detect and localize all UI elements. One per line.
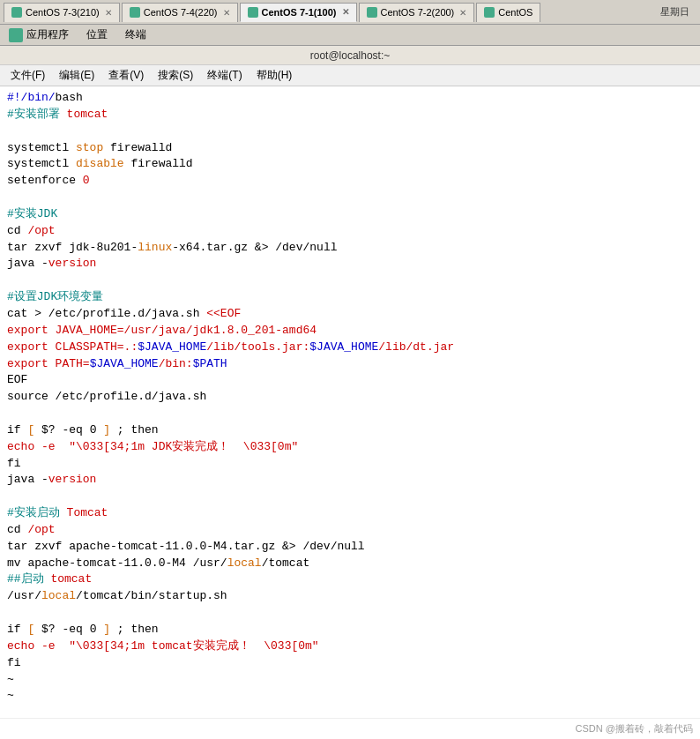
menu-edit[interactable]: 编辑(E) — [54, 66, 100, 85]
tab-close[interactable]: ✕ — [342, 7, 349, 17]
empty-line — [7, 123, 693, 140]
code-line: /usr/local/tomcat/bin/startup.sh — [7, 588, 693, 605]
code-line: #!/bin/bash — [7, 90, 693, 107]
code-line: ##启动 tomcat — [7, 571, 693, 588]
tab-label: CentOS 7-1(100) — [262, 7, 337, 18]
tab-icon — [484, 7, 495, 18]
tab-label: CentOS 7-3(210) — [26, 7, 100, 18]
empty-line — [7, 190, 693, 206]
empty-line — [7, 406, 693, 422]
menu-terminal[interactable]: 终端(T) — [202, 66, 247, 85]
tab-centos74[interactable]: CentOS 7-4(220) ✕ — [122, 3, 238, 22]
code-line: java -version — [7, 256, 693, 272]
code-line: java -version — [7, 472, 693, 489]
code-line: export PATH=$JAVA_HOME/bin:$PATH — [7, 356, 693, 373]
terminal-label: 终端 — [125, 27, 146, 42]
code-line: #设置JDK环境变量 — [7, 289, 693, 306]
menu-help[interactable]: 帮助(H) — [251, 66, 298, 85]
places-label: 位置 — [86, 27, 108, 42]
system-menu-terminal[interactable]: 终端 — [120, 26, 152, 44]
menu-search[interactable]: 搜索(S) — [153, 66, 198, 85]
code-line: echo -e "\033[34;1m tomcat安装完成！ \033[0m" — [7, 638, 693, 655]
code-line: source /etc/profile.d/java.sh — [7, 389, 693, 406]
empty-line — [7, 605, 693, 622]
code-line: if [ $? -eq 0 ] ; then — [7, 422, 693, 439]
system-menu-apps[interactable]: 应用程序 — [4, 26, 74, 44]
tab-close[interactable]: ✕ — [105, 8, 112, 18]
empty-line — [7, 489, 693, 505]
system-menu-places[interactable]: 位置 — [81, 26, 113, 44]
tab-close[interactable]: ✕ — [459, 8, 466, 18]
attribution-text: CSDN @搬着砖，敲着代码 — [576, 722, 693, 735]
code-line: export JAVA_HOME=/usr/java/jdk1.8.0_201-… — [7, 323, 693, 340]
terminal-content: #!/bin/bash #安装部署 tomcat systemctl stop … — [0, 86, 700, 739]
menu-view[interactable]: 查看(V) — [103, 66, 149, 85]
code-line: tar zxvf apache-tomcat-11.0.0-M4.tar.gz … — [7, 539, 693, 556]
code-line: fi — [7, 456, 693, 473]
tab-centos[interactable]: CentOS — [476, 3, 540, 22]
attribution-bar: CSDN @搬着砖，敲着代码 — [0, 718, 700, 739]
code-line: ~ — [7, 672, 693, 689]
code-line: if [ $? -eq 0 ] ; then — [7, 622, 693, 638]
menu-file[interactable]: 文件(F) — [5, 66, 50, 85]
code-line: systemctl stop firewalld — [7, 140, 693, 157]
empty-line — [7, 272, 693, 289]
code-line: setenforce 0 — [7, 173, 693, 190]
title-bar: CentOS 7-3(210) ✕ CentOS 7-4(220) ✕ Cent… — [0, 0, 700, 25]
tab-centos71[interactable]: CentOS 7-1(100) ✕ — [240, 3, 357, 22]
tab-label: CentOS 7-2(200) — [381, 7, 455, 18]
tab-close[interactable]: ✕ — [223, 8, 230, 18]
code-line: cd /opt — [7, 522, 693, 539]
code-line: cat > /etc/profile.d/java.sh <<EOF — [7, 306, 693, 323]
tab-label: CentOS 7-4(220) — [144, 7, 218, 18]
date-display: 星期日 — [660, 5, 696, 19]
code-line: echo -e "\033[34;1m JDK安装完成！ \033[0m" — [7, 439, 693, 456]
apps-label: 应用程序 — [26, 27, 69, 42]
code-line: systemctl disable firewalld — [7, 156, 693, 173]
code-line: ~ — [7, 688, 693, 705]
system-menu-bar: 应用程序 位置 终端 — [0, 25, 700, 46]
code-line: tar zxvf jdk-8u201-linux-x64.tar.gz &> /… — [7, 240, 693, 257]
code-line: mv apache-tomcat-11.0.0-M4 /usr/local/to… — [7, 556, 693, 572]
tab-icon — [367, 7, 377, 18]
terminal-title: root@localhost:~ — [310, 49, 391, 62]
code-line: cd /opt — [7, 223, 693, 240]
tab-centos72[interactable]: CentOS 7-2(200) ✕ — [359, 3, 475, 22]
tab-label: CentOS — [498, 7, 532, 18]
code-line: export CLASSPATH=.:$JAVA_HOME/lib/tools.… — [7, 340, 693, 356]
code-line: #安装JDK — [7, 206, 693, 223]
tab-icon — [130, 7, 140, 18]
code-line: #安装启动 Tomcat — [7, 505, 693, 522]
apps-icon — [9, 28, 23, 42]
terminal-menu-bar: 文件(F) 编辑(E) 查看(V) 搜索(S) 终端(T) 帮助(H) — [0, 65, 700, 86]
terminal-title-bar: root@localhost:~ — [0, 46, 700, 65]
tab-centos73[interactable]: CentOS 7-3(210) ✕ — [4, 3, 120, 22]
code-line: #安装部署 tomcat — [7, 107, 693, 123]
tab-icon — [11, 7, 22, 18]
code-line: EOF — [7, 372, 693, 389]
code-line: fi — [7, 655, 693, 672]
tab-icon — [248, 7, 258, 18]
